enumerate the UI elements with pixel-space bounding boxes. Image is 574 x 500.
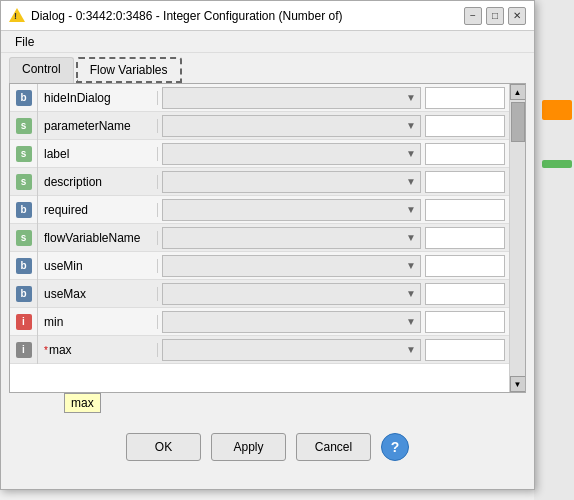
- row-label: required: [38, 203, 158, 217]
- table-row: s parameterName ▼: [10, 112, 509, 140]
- row-type-icon: b: [10, 196, 38, 224]
- type-badge: s: [16, 118, 32, 134]
- type-badge: s: [16, 174, 32, 190]
- row-input-field[interactable]: [425, 227, 505, 249]
- cancel-button[interactable]: Cancel: [296, 433, 371, 461]
- scrollbar-track: ▲ ▼: [509, 84, 525, 392]
- type-badge: b: [16, 202, 32, 218]
- table-row: b hideInDialog ▼: [10, 84, 509, 112]
- canvas-node-green: [542, 160, 572, 168]
- tooltip-box: max: [64, 393, 101, 413]
- row-label: label: [38, 147, 158, 161]
- minimize-button[interactable]: −: [464, 7, 482, 25]
- dialog-window: Dialog - 0:3442:0:3486 - Integer Configu…: [0, 0, 535, 490]
- type-badge: i: [16, 314, 32, 330]
- apply-button[interactable]: Apply: [211, 433, 286, 461]
- row-label: *max: [38, 343, 158, 357]
- flow-variables-table: b hideInDialog ▼ s parameterName ▼ s lab…: [9, 83, 526, 393]
- table-scroll-area: b hideInDialog ▼ s parameterName ▼ s lab…: [10, 84, 509, 392]
- tab-flow-variables[interactable]: Flow Variables: [76, 57, 182, 83]
- row-input-field[interactable]: [425, 115, 505, 137]
- row-label: description: [38, 175, 158, 189]
- row-type-icon: s: [10, 168, 38, 196]
- row-type-icon: b: [10, 280, 38, 308]
- type-badge: b: [16, 258, 32, 274]
- row-type-icon: b: [10, 252, 38, 280]
- row-input-field[interactable]: [425, 339, 505, 361]
- dialog-title: Dialog - 0:3442:0:3486 - Integer Configu…: [31, 9, 458, 23]
- help-button[interactable]: ?: [381, 433, 409, 461]
- row-input-field[interactable]: [425, 199, 505, 221]
- dropdown-arrow-icon: ▼: [406, 344, 416, 355]
- dropdown-arrow-icon: ▼: [406, 232, 416, 243]
- row-type-icon: i: [10, 336, 38, 364]
- row-input-field[interactable]: [425, 143, 505, 165]
- tab-bar: Control Flow Variables: [1, 53, 534, 83]
- table-row: s label ▼: [10, 140, 509, 168]
- type-badge: i: [16, 342, 32, 358]
- canvas-node-orange: [542, 100, 572, 120]
- type-badge: s: [16, 230, 32, 246]
- row-input-field[interactable]: [425, 255, 505, 277]
- scrollbar-thumb[interactable]: [511, 102, 525, 142]
- warning-icon: [9, 8, 25, 24]
- tooltip-text: max: [71, 396, 94, 410]
- row-label: hideInDialog: [38, 91, 158, 105]
- row-input-field[interactable]: [425, 87, 505, 109]
- row-label: flowVariableName: [38, 231, 158, 245]
- row-type-icon: s: [10, 112, 38, 140]
- dropdown-arrow-icon: ▼: [406, 148, 416, 159]
- row-dropdown[interactable]: ▼: [162, 339, 421, 361]
- table-row: b useMax ▼: [10, 280, 509, 308]
- maximize-button[interactable]: □: [486, 7, 504, 25]
- row-type-icon: b: [10, 84, 38, 112]
- row-input-field[interactable]: [425, 311, 505, 333]
- row-dropdown[interactable]: ▼: [162, 115, 421, 137]
- row-dropdown[interactable]: ▼: [162, 255, 421, 277]
- dropdown-arrow-icon: ▼: [406, 120, 416, 131]
- dropdown-arrow-icon: ▼: [406, 316, 416, 327]
- row-dropdown[interactable]: ▼: [162, 283, 421, 305]
- row-dropdown[interactable]: ▼: [162, 227, 421, 249]
- row-dropdown[interactable]: ▼: [162, 199, 421, 221]
- table-row: b required ▼: [10, 196, 509, 224]
- table-row: s description ▼: [10, 168, 509, 196]
- row-type-icon: i: [10, 308, 38, 336]
- row-label: useMax: [38, 287, 158, 301]
- type-badge: b: [16, 286, 32, 302]
- row-dropdown[interactable]: ▼: [162, 143, 421, 165]
- dropdown-arrow-icon: ▼: [406, 260, 416, 271]
- type-badge: b: [16, 90, 32, 106]
- row-dropdown[interactable]: ▼: [162, 87, 421, 109]
- table-row: s flowVariableName ▼: [10, 224, 509, 252]
- menu-bar: File: [1, 31, 534, 53]
- row-dropdown[interactable]: ▼: [162, 171, 421, 193]
- title-buttons: − □ ✕: [464, 7, 526, 25]
- table-row: i *max ▼: [10, 336, 509, 364]
- row-label: parameterName: [38, 119, 158, 133]
- dropdown-arrow-icon: ▼: [406, 204, 416, 215]
- row-label: min: [38, 315, 158, 329]
- canvas-background: [534, 0, 574, 500]
- row-type-icon: s: [10, 224, 38, 252]
- dropdown-arrow-icon: ▼: [406, 176, 416, 187]
- close-button[interactable]: ✕: [508, 7, 526, 25]
- dropdown-arrow-icon: ▼: [406, 288, 416, 299]
- tab-control[interactable]: Control: [9, 57, 74, 83]
- button-bar: OK Apply Cancel ?: [1, 433, 534, 461]
- table-row: b useMin ▼: [10, 252, 509, 280]
- row-type-icon: s: [10, 140, 38, 168]
- scrollbar-thumb-area: [510, 100, 525, 376]
- menu-file[interactable]: File: [7, 33, 42, 51]
- row-input-field[interactable]: [425, 171, 505, 193]
- row-input-field[interactable]: [425, 283, 505, 305]
- dropdown-arrow-icon: ▼: [406, 92, 416, 103]
- type-badge: s: [16, 146, 32, 162]
- row-dropdown[interactable]: ▼: [162, 311, 421, 333]
- ok-button[interactable]: OK: [126, 433, 201, 461]
- scrollbar-down-button[interactable]: ▼: [510, 376, 526, 392]
- scrollbar-up-button[interactable]: ▲: [510, 84, 526, 100]
- title-bar: Dialog - 0:3442:0:3486 - Integer Configu…: [1, 1, 534, 31]
- row-label: useMin: [38, 259, 158, 273]
- table-row: i min ▼: [10, 308, 509, 336]
